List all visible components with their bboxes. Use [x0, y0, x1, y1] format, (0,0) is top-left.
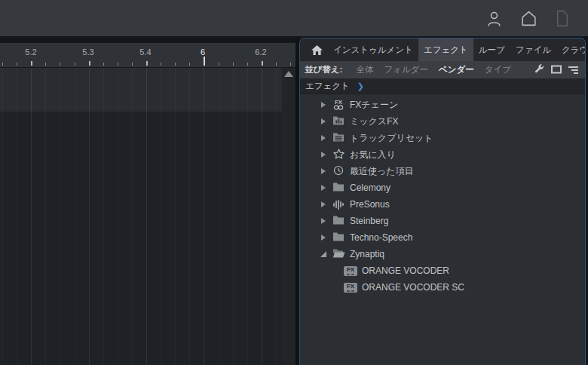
user-icon[interactable] [485, 9, 504, 28]
expand-arrow-icon[interactable] [321, 185, 326, 191]
star-icon [333, 149, 345, 161]
expand-arrow-icon[interactable] [321, 201, 326, 207]
grid-line [45, 68, 46, 365]
expand-arrow-icon[interactable] [321, 235, 326, 241]
browser-tabs: インストゥルメントエフェクトループファイルクラウドショップ ラ [300, 38, 585, 61]
tree-item-steinberg[interactable]: Steinberg [300, 213, 585, 229]
folder-icon [332, 215, 345, 227]
grid-line [103, 68, 104, 365]
ruler-tick [60, 63, 60, 66]
grid-line [89, 68, 90, 365]
scroll-up-arrow[interactable] [284, 71, 293, 77]
sort-option-type[interactable]: タイプ [485, 64, 511, 75]
fx-chain-icon: FX [333, 100, 344, 110]
grid-line [17, 68, 17, 365]
arrange-canvas[interactable] [0, 68, 296, 365]
home-icon[interactable] [519, 9, 538, 28]
ruler-tick [45, 63, 46, 66]
tree-item-トラックプリセット[interactable]: トラックプリセット [300, 130, 585, 146]
expand-arrow-icon[interactable] [321, 118, 326, 124]
grid-line [204, 68, 204, 365]
grid-line [31, 68, 32, 365]
folder-preset-icon [332, 132, 345, 144]
ruler-tick [276, 63, 277, 66]
sort-option-all[interactable]: 全体 [356, 64, 373, 75]
breadcrumb[interactable]: エフェクト ❯ [300, 78, 585, 94]
tree-item-presonus[interactable]: PreSonus [300, 196, 585, 213]
presonus-icon [333, 199, 344, 210]
grid-line [118, 68, 118, 365]
expand-arrow-icon[interactable] [321, 135, 326, 141]
tree-item-label: ORANGE VOCODER SC [362, 282, 464, 293]
tree-item-techno-speech[interactable]: Techno-Speech [300, 229, 585, 246]
ruler-tick [31, 61, 32, 66]
ruler-tick [175, 63, 176, 66]
sort-option-folder[interactable]: フォルダー [384, 64, 428, 75]
tree-item-ミックスfx[interactable]: ミックスFX [300, 113, 585, 130]
sort-option-vendor[interactable]: ベンダー [439, 64, 474, 75]
toolbar-gap [0, 36, 296, 43]
tree-item-最近使った項目[interactable]: 最近使った項目 [300, 163, 585, 179]
tab-cloud[interactable]: クラウド [556, 38, 586, 61]
tree-item-label: FXチェーン [350, 99, 398, 112]
fx-badge-icon: FX [344, 283, 357, 293]
tab-effects[interactable]: エフェクト [418, 38, 473, 61]
tree-item-label: Celemony [350, 182, 390, 193]
expand-arrow-icon[interactable] [321, 102, 326, 108]
expand-arrow-icon[interactable] [321, 168, 326, 174]
ruler-tick [219, 63, 219, 66]
document-icon[interactable] [554, 9, 571, 28]
tab-files[interactable]: ファイル [510, 38, 556, 61]
list-view-icon[interactable] [568, 66, 578, 74]
fx-badge-icon: FX [344, 266, 357, 276]
tree-item-お気に入り[interactable]: お気に入り [300, 146, 585, 163]
tree-item-orange-vocoder-sc[interactable]: FXORANGE VOCODER SC [300, 279, 585, 296]
tree-item-orange-vocoder[interactable]: FXORANGE VOCODER [300, 262, 585, 279]
folder-open-icon [332, 248, 345, 260]
expand-arrow-icon[interactable] [321, 218, 326, 224]
folder-mix-icon [332, 115, 345, 127]
ruler-label-5.2: 5.2 [25, 48, 36, 57]
grid-lines [0, 68, 282, 365]
tab-instruments[interactable]: インストゥルメント [328, 38, 418, 61]
tree-item-fxチェーン[interactable]: FXFXチェーン [300, 97, 585, 113]
sort-bar: 並び替え: 全体フォルダーベンダータイプ [300, 61, 585, 78]
ruler-tick [161, 63, 161, 66]
tree-item-celemony[interactable]: Celemony [300, 179, 585, 196]
sort-label: 並び替え: [305, 64, 342, 75]
arrange-area[interactable]: 5.25.35.466.2 [0, 36, 296, 365]
tree-item-label: トラックプリセット [350, 132, 433, 145]
tree-item-zynaptiq[interactable]: Zynaptiq [300, 246, 585, 262]
grid-line [2, 68, 3, 365]
ruler-label-5.4: 5.4 [139, 48, 151, 57]
browser-panel: インストゥルメントエフェクトループファイルクラウドショップ ラ 並び替え: 全体… [299, 38, 586, 365]
tree-item-label: PreSonus [350, 199, 390, 210]
ruler-tick [132, 63, 133, 66]
collapse-arrow-icon[interactable] [320, 251, 326, 257]
effects-tree: FXFXチェーンミックスFXトラックプリセットお気に入り最近使った項目Celem… [300, 94, 585, 296]
ruler-tick [89, 61, 90, 66]
grid-line [276, 68, 277, 365]
timeline-ruler[interactable]: 5.25.35.466.2 [0, 43, 296, 68]
grid-line [132, 68, 133, 365]
breadcrumb-chevron-icon: ❯ [357, 81, 364, 91]
vertical-scrollbar[interactable] [282, 68, 295, 365]
expand-arrow-icon[interactable] [321, 152, 326, 158]
tree-item-label: お気に入り [350, 149, 396, 161]
folder-icon [332, 182, 345, 194]
thumbnail-view-icon[interactable] [551, 65, 562, 75]
grid-line [161, 68, 161, 365]
grid-line [189, 68, 190, 365]
folder-icon [332, 232, 345, 244]
ruler-tick [103, 63, 104, 66]
grid-line [233, 68, 234, 365]
grid-line [247, 68, 248, 365]
grid-line [262, 68, 262, 365]
tree-item-label: Techno-Speech [350, 232, 412, 243]
tab-browser-home[interactable] [306, 38, 328, 61]
wrench-icon[interactable] [534, 64, 544, 75]
tab-loops[interactable]: ループ [473, 38, 510, 61]
ruler-tick [118, 63, 118, 66]
grid-line [175, 68, 176, 365]
ruler-tick [75, 63, 75, 66]
